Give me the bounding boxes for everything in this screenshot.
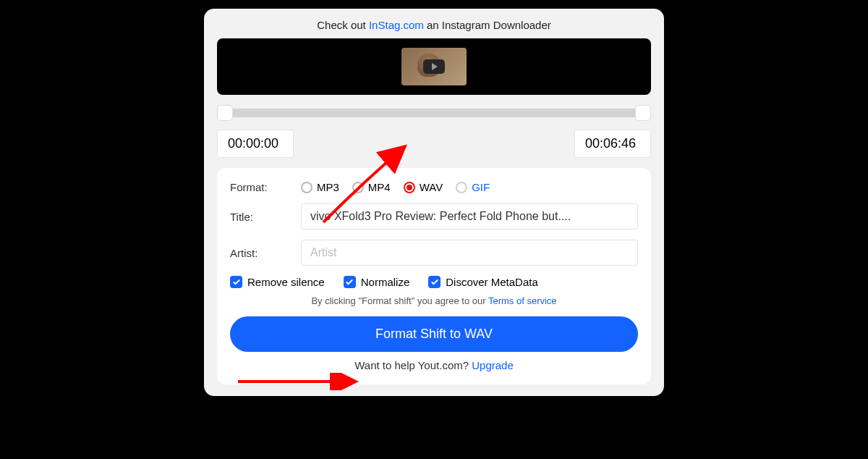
slider-handle-end[interactable] (635, 105, 651, 121)
slider-handle-start[interactable] (217, 105, 233, 121)
title-label: Title: (230, 211, 301, 223)
radio-label: MP3 (317, 181, 339, 193)
play-icon (423, 59, 445, 74)
promo-link[interactable]: InStag.com (369, 19, 424, 31)
terms-prefix: By clicking "Format shift" you agree to … (311, 295, 488, 306)
radio-icon (404, 182, 415, 193)
check-label: Normalize (361, 276, 410, 288)
radio-label: GIF (472, 181, 490, 193)
check-label: Discover MetaData (446, 276, 538, 288)
format-radio-mp4[interactable]: MP4 (352, 181, 391, 193)
upgrade-text: Want to help Yout.com? Upgrade (230, 359, 638, 371)
title-input[interactable] (301, 203, 638, 230)
radio-icon (352, 182, 364, 193)
checkbox-icon (428, 276, 441, 288)
start-time-input[interactable]: 00:00:00 (217, 130, 294, 158)
format-shift-button[interactable]: Format Shift to WAV (230, 316, 638, 352)
promo-prefix: Check out (317, 19, 369, 31)
format-radio-wav[interactable]: WAV (404, 181, 443, 193)
promo-suffix: an Instagram Downloader (424, 19, 551, 31)
radio-label: WAV (420, 181, 443, 193)
format-label: Format: (230, 181, 301, 193)
video-thumbnail (401, 48, 467, 85)
format-radio-gif[interactable]: GIF (456, 181, 490, 193)
promo-banner: Check out InStag.com an Instagram Downlo… (217, 19, 651, 31)
radio-icon (301, 182, 312, 193)
radio-label: MP4 (368, 181, 391, 193)
trim-slider[interactable] (217, 104, 651, 122)
checkbox-icon (230, 276, 242, 288)
artist-label: Artist: (230, 247, 301, 259)
format-radio-mp3[interactable]: MP3 (301, 181, 339, 193)
upgrade-prefix: Want to help Yout.com? (354, 359, 472, 371)
check-remove-silence[interactable]: Remove silence (230, 276, 325, 288)
downloader-card: Check out InStag.com an Instagram Downlo… (204, 9, 664, 396)
artist-input[interactable] (301, 240, 638, 266)
video-preview[interactable] (217, 38, 651, 95)
radio-icon (456, 182, 467, 193)
end-time-input[interactable]: 00:06:46 (574, 130, 651, 158)
check-discover-meta[interactable]: Discover MetaData (428, 276, 538, 288)
upgrade-link[interactable]: Upgrade (472, 359, 514, 371)
check-label: Remove silence (247, 276, 325, 288)
check-normalize[interactable]: Normalize (344, 276, 410, 288)
terms-text: By clicking "Format shift" you agree to … (230, 295, 638, 306)
slider-track (217, 109, 651, 117)
terms-link[interactable]: Terms of service (488, 295, 557, 306)
options-panel: Format: MP3 MP4 WAV GIF (217, 168, 651, 384)
checkbox-icon (344, 276, 356, 288)
